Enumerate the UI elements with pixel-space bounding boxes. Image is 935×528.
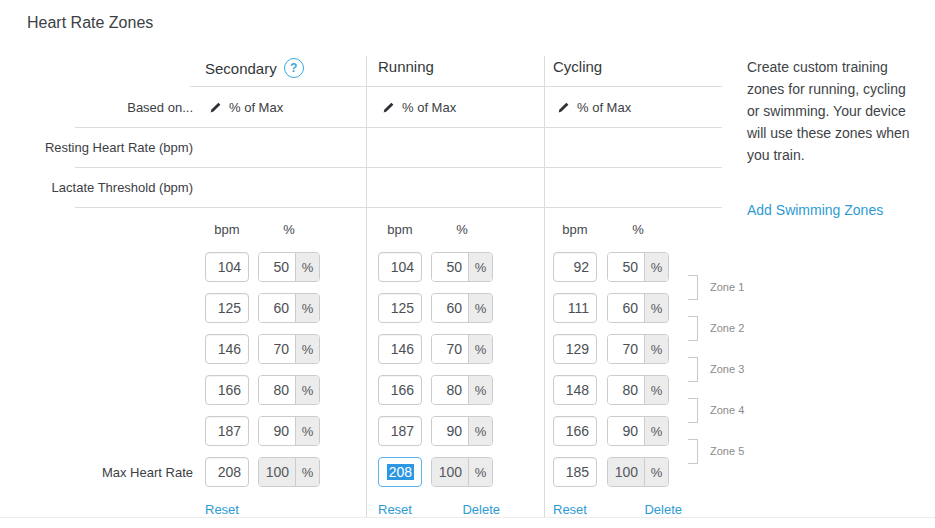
running-zone1-pct-input[interactable]: 50 % [431, 252, 493, 282]
percent-addon: % [295, 458, 319, 486]
running-based-on-value: % of Max [402, 100, 456, 115]
pct-value[interactable]: 80 [608, 376, 644, 404]
secondary-based-on-edit[interactable]: % of Max [209, 100, 283, 115]
secondary-max-bpm-input[interactable]: 208 [205, 457, 249, 487]
pct-value[interactable]: 80 [432, 376, 468, 404]
running-zone5-bpm-input[interactable]: 187 [378, 416, 422, 446]
running-column-header: Running [378, 58, 434, 75]
percent-addon: % [644, 294, 668, 322]
pct-value[interactable]: 90 [259, 417, 295, 445]
secondary-zone4-bpm-input[interactable]: 166 [205, 375, 249, 405]
running-based-on-edit[interactable]: % of Max [382, 100, 456, 115]
percent-addon: % [295, 417, 319, 445]
cycling-max-pct-input: 100 % [607, 457, 669, 487]
cycling-zone3-pct-input[interactable]: 70 % [607, 334, 669, 364]
cycling-zone2-pct-input[interactable]: 60 % [607, 293, 669, 323]
cycling-zone1-pct-input[interactable]: 50 % [607, 252, 669, 282]
help-icon[interactable]: ? [284, 58, 304, 78]
zone-3-label: Zone 3 [710, 363, 744, 375]
secondary-based-on-value: % of Max [229, 100, 283, 115]
resting-heart-rate-label: Resting Heart Rate (bpm) [0, 140, 193, 155]
cycling-max-bpm-input[interactable]: 185 [553, 457, 597, 487]
cycling-zone3-bpm-input[interactable]: 129 [553, 334, 597, 364]
zone-4-bracket [688, 398, 698, 423]
secondary-pct-header: % [258, 222, 320, 237]
secondary-zone1-bpm-input[interactable]: 104 [205, 252, 249, 282]
percent-addon: % [468, 253, 492, 281]
secondary-column-header: Secondary ? [205, 58, 304, 78]
pct-value[interactable]: 80 [259, 376, 295, 404]
pct-value: 100 [259, 458, 295, 486]
percent-addon: % [644, 335, 668, 363]
running-zone4-bpm-input[interactable]: 166 [378, 375, 422, 405]
secondary-zone4-pct-input[interactable]: 80 % [258, 375, 320, 405]
running-max-bpm-input[interactable]: 208 [378, 457, 422, 487]
pct-value[interactable]: 70 [259, 335, 295, 363]
secondary-zone2-pct-input[interactable]: 60 % [258, 293, 320, 323]
running-zone3-pct-input[interactable]: 70 % [431, 334, 493, 364]
pencil-icon [382, 101, 395, 114]
row-divider [75, 207, 722, 208]
add-swimming-zones-link[interactable]: Add Swimming Zones [747, 202, 883, 218]
secondary-reset-link[interactable]: Reset [205, 502, 239, 517]
cycling-zone2-bpm-input[interactable]: 111 [553, 293, 597, 323]
secondary-bpm-header: bpm [205, 222, 249, 237]
row-divider [75, 167, 722, 168]
secondary-zone2-bpm-input[interactable]: 125 [205, 293, 249, 323]
running-bpm-header: bpm [378, 222, 422, 237]
pct-value[interactable]: 70 [608, 335, 644, 363]
pct-value[interactable]: 50 [432, 253, 468, 281]
pct-value[interactable]: 90 [608, 417, 644, 445]
zone-5-bracket [688, 439, 698, 464]
running-zone2-pct-input[interactable]: 60 % [431, 293, 493, 323]
row-divider [75, 127, 722, 128]
cycling-zone4-pct-input[interactable]: 80 % [607, 375, 669, 405]
cycling-zone4-bpm-input[interactable]: 148 [553, 375, 597, 405]
running-zone1-bpm-input[interactable]: 104 [378, 252, 422, 282]
pct-value[interactable]: 90 [432, 417, 468, 445]
cycling-zone5-bpm-input[interactable]: 166 [553, 416, 597, 446]
running-delete-link[interactable]: Delete [462, 502, 500, 517]
cycling-based-on-value: % of Max [577, 100, 631, 115]
running-reset-link[interactable]: Reset [378, 502, 412, 517]
pct-value[interactable]: 50 [608, 253, 644, 281]
header-underline [190, 86, 722, 87]
cycling-column-title: Cycling [553, 58, 602, 75]
percent-addon: % [295, 376, 319, 404]
secondary-zone3-bpm-input[interactable]: 146 [205, 334, 249, 364]
percent-addon: % [644, 458, 668, 486]
zones-description: Create custom training zones for running… [747, 56, 917, 166]
running-links-row: Reset Delete [378, 502, 500, 517]
pct-value[interactable]: 60 [259, 294, 295, 322]
running-zone5-pct-input[interactable]: 90 % [431, 416, 493, 446]
cycling-bpm-header: bpm [553, 222, 597, 237]
pencil-icon [557, 101, 570, 114]
secondary-max-pct-input: 100 % [258, 457, 320, 487]
secondary-zone1-pct-input[interactable]: 50 % [258, 252, 320, 282]
pct-value[interactable]: 60 [432, 294, 468, 322]
running-zone3-bpm-input[interactable]: 146 [378, 334, 422, 364]
cycling-column-header: Cycling [553, 58, 602, 75]
selected-text: 208 [387, 464, 414, 480]
pct-value[interactable]: 60 [608, 294, 644, 322]
percent-addon: % [644, 376, 668, 404]
pct-value[interactable]: 50 [259, 253, 295, 281]
zone-1-label: Zone 1 [710, 281, 744, 293]
cycling-delete-link[interactable]: Delete [644, 502, 682, 517]
cycling-zone1-bpm-input[interactable]: 92 [553, 252, 597, 282]
cycling-zone5-pct-input[interactable]: 90 % [607, 416, 669, 446]
pct-value[interactable]: 70 [432, 335, 468, 363]
running-zone2-bpm-input[interactable]: 125 [378, 293, 422, 323]
running-zone4-pct-input[interactable]: 80 % [431, 375, 493, 405]
percent-addon: % [295, 294, 319, 322]
cycling-links-row: Reset Delete [553, 502, 682, 517]
percent-addon: % [295, 335, 319, 363]
cycling-based-on-edit[interactable]: % of Max [557, 100, 631, 115]
percent-addon: % [468, 294, 492, 322]
secondary-zone5-bpm-input[interactable]: 187 [205, 416, 249, 446]
secondary-zone5-pct-input[interactable]: 90 % [258, 416, 320, 446]
zone-5-label: Zone 5 [710, 445, 744, 457]
cycling-reset-link[interactable]: Reset [553, 502, 587, 517]
percent-addon: % [644, 253, 668, 281]
secondary-zone3-pct-input[interactable]: 70 % [258, 334, 320, 364]
